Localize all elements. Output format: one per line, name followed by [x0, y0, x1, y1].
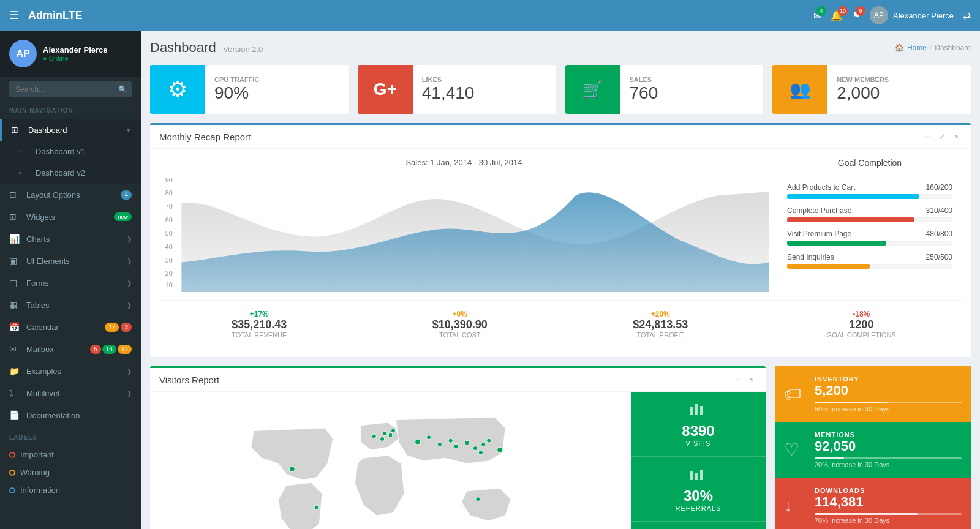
visitor-stat-referrals: 30% REFERRALS	[631, 457, 766, 522]
svg-rect-39	[695, 404, 698, 415]
sidebar-item-label: Mailbox	[26, 345, 90, 354]
flag-nav-icon[interactable]: ⚑ 9	[852, 10, 861, 21]
goal-bar-3	[787, 264, 870, 269]
search-icon: 🔍	[118, 85, 127, 94]
sidebar-item-documentation[interactable]: 📄 Documentation	[0, 404, 141, 426]
breadcrumb-home[interactable]: Home	[907, 43, 927, 52]
goal-item-0: Add Products to Cart 160/200	[787, 183, 952, 199]
yellow-dot-icon	[9, 470, 15, 476]
label-item-warning[interactable]: Warning	[0, 463, 141, 481]
sidebar-item-dashboard-v1[interactable]: ○ Dashboard v1	[0, 141, 141, 162]
expand-button[interactable]: ⤢	[936, 131, 948, 142]
visitors-card-tools: − ×	[733, 374, 756, 385]
bottom-row: Visitors Report − ×	[150, 366, 971, 529]
chevron-right-icon: ❯	[127, 390, 132, 397]
svg-point-18	[372, 434, 376, 438]
sidebar-item-label: Tables	[26, 301, 127, 310]
goal-bar-1	[787, 217, 914, 222]
mail-nav-icon[interactable]: ✉ 4	[813, 10, 821, 21]
sidebar-item-label: Forms	[26, 279, 127, 288]
calendar-icon: 📅	[9, 322, 21, 332]
svg-point-22	[391, 429, 395, 433]
visitors-stats: 8390 VISITS	[631, 392, 766, 529]
chevron-down-icon: ▼	[126, 127, 132, 133]
downloads-desc: 70% Increase in 30 Days	[815, 517, 962, 524]
stat-value-1: $10,390.90	[369, 318, 551, 331]
sidebar-username: Alexander Pierce	[43, 45, 108, 54]
sidebar-item-forms[interactable]: ◫ Forms ❯	[0, 272, 141, 294]
card-tools: − ⤢ ×	[922, 131, 962, 142]
sidebar-toggle[interactable]: ☰	[9, 9, 19, 22]
labels-section-label: LABELS	[0, 429, 141, 446]
visits-label: VISITS	[686, 440, 711, 447]
bell-nav-icon[interactable]: 🔔 10	[831, 10, 843, 21]
heart-icon: ♡	[784, 440, 815, 460]
label-item-information[interactable]: Information	[0, 481, 141, 499]
close-button[interactable]: ×	[951, 131, 962, 142]
svg-text:40: 40	[165, 243, 173, 250]
likes-value: 41,410	[422, 83, 475, 103]
sidebar-item-multilevel[interactable]: ⤵ Multilevel ❯	[0, 382, 141, 404]
goal-item-3: Send Inquiries 250/500	[787, 253, 952, 269]
svg-point-32	[487, 438, 491, 443]
sidebar-item-layout[interactable]: ⊟ Layout Options 4	[0, 184, 141, 206]
mailbox-icon: ✉	[9, 344, 21, 354]
stat-value-2: $24,813.53	[570, 318, 752, 331]
sidebar-item-examples[interactable]: 📁 Examples ❯	[0, 360, 141, 382]
svg-rect-40	[700, 406, 703, 415]
sidebar-status: Online	[43, 54, 108, 62]
info-box-members: 👥 NEW MEMBERS 2,000	[772, 65, 971, 114]
label-item-important[interactable]: Important	[0, 446, 141, 463]
sidebar-item-widgets[interactable]: ⊞ Widgets new	[0, 206, 141, 228]
goal-completion-title: Goal Completion	[778, 158, 962, 168]
stat-change-2: +20%	[570, 310, 752, 318]
sidebar-item-ui-elements[interactable]: ▣ UI Elements ❯	[0, 250, 141, 272]
svg-text:70: 70	[165, 203, 173, 210]
svg-rect-38	[690, 407, 693, 415]
info-box-cpu: ⚙ CPU TRAFFIC 90%	[150, 65, 349, 114]
goal-bar-0	[787, 194, 919, 199]
page-title-area: Dashboard Version 2.0	[150, 40, 263, 56]
downloads-name: DOWNLOADS	[815, 487, 962, 494]
svg-point-25	[437, 442, 442, 446]
goal-row-2: Visit Premium Page 480/800	[787, 230, 952, 238]
sidebar-item-mailbox[interactable]: ✉ Mailbox 5 16 12	[0, 338, 141, 360]
visitors-minimize-button[interactable]: −	[733, 374, 743, 385]
svg-point-19	[380, 437, 385, 441]
downloads-bar-bg	[815, 513, 962, 515]
sidebar-item-calendar[interactable]: 📅 Calendar 17 3	[0, 316, 141, 338]
sidebar-item-dashboard-v2[interactable]: ○ Dashboard v2	[0, 162, 141, 184]
stat-item-1: +0% $10,390.90 TOTAL COST	[360, 301, 561, 348]
search-input[interactable]	[9, 81, 132, 97]
svg-point-26	[448, 438, 453, 443]
svg-point-17	[289, 467, 295, 472]
page-title: Dashboard	[150, 40, 216, 55]
user-menu[interactable]: AP Alexander Pierce	[870, 6, 954, 24]
visitors-close-button[interactable]: ×	[746, 374, 756, 385]
svg-rect-43	[700, 470, 703, 480]
sidebar-item-label: Layout Options	[26, 190, 121, 200]
mentions-value: 92,050	[815, 438, 962, 454]
goal-item-1: Complete Purchase 310/400	[787, 206, 952, 222]
minimize-button[interactable]: −	[922, 131, 933, 142]
stat-label-1: TOTAL COST	[369, 331, 551, 339]
likes-icon-box: G+	[358, 65, 413, 114]
sidebar-item-charts[interactable]: 📊 Charts ❯	[0, 228, 141, 250]
svg-point-29	[473, 446, 477, 451]
sidebar-item-dashboard[interactable]: ⊞ Dashboard ▼	[0, 119, 141, 141]
svg-text:30: 30	[165, 257, 173, 264]
members-label: NEW MEMBERS	[837, 76, 889, 83]
referrals-chart-icon	[689, 466, 707, 484]
sidebar-item-tables[interactable]: ▦ Tables ❯	[0, 294, 141, 316]
cpu-icon-box: ⚙	[150, 65, 205, 114]
svg-point-20	[383, 432, 387, 436]
mail-badge2: 16	[102, 345, 116, 354]
dashboard-submenu: ○ Dashboard v1 ○ Dashboard v2	[0, 141, 141, 184]
mentions-name: MENTIONS	[815, 431, 962, 438]
goal-bar-bg-0	[787, 194, 952, 199]
chevron-right-icon: ❯	[127, 280, 132, 287]
sidebar-item-label: Dashboard v2	[36, 168, 132, 178]
stat-item-2: +20% $24,813.53 TOTAL PROFIT	[560, 301, 761, 348]
visits-number: 8390	[682, 422, 714, 440]
share-icon[interactable]: ⇄	[963, 10, 971, 21]
